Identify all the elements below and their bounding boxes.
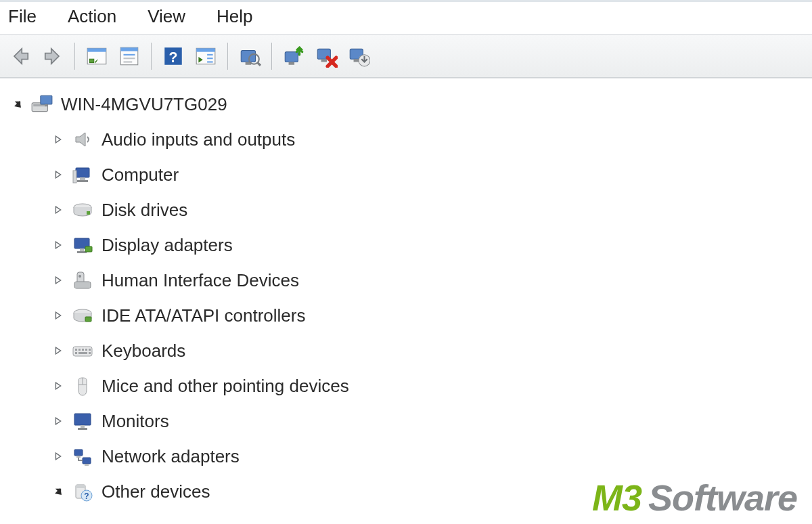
display-adapter-icon — [70, 233, 95, 257]
expander-collapsed-icon[interactable] — [53, 380, 64, 391]
tree-item-hid[interactable]: Human Interface Devices — [0, 263, 812, 298]
expander-collapsed-icon[interactable] — [53, 310, 64, 321]
monitor-icon — [70, 409, 95, 433]
expander-open-icon[interactable] — [12, 99, 23, 110]
keyboard-icon — [70, 339, 95, 363]
tree-item-mice[interactable]: Mice and other pointing devices — [0, 368, 812, 403]
watermark-logo: M3 Software — [592, 477, 797, 519]
expander-collapsed-icon[interactable] — [53, 240, 64, 250]
tree-item-label: Display adapters — [102, 235, 233, 256]
disable-device-button[interactable] — [344, 41, 374, 71]
computer-root-icon — [30, 92, 54, 116]
disk-icon — [70, 198, 95, 222]
tree-item-label: Monitors — [102, 411, 169, 432]
tree-item-label: Mice and other pointing devices — [102, 376, 349, 397]
menu-action[interactable]: Action — [68, 6, 116, 27]
expander-collapsed-icon[interactable] — [53, 345, 64, 356]
tree-item-label: Audio inputs and outputs — [102, 129, 295, 150]
tree-item-label: Computer — [102, 165, 179, 185]
ide-controller-icon — [70, 303, 95, 328]
tree-item-computer[interactable]: Computer — [0, 157, 812, 192]
tree-item-label: IDE ATA/ATAPI controllers — [102, 305, 306, 326]
mouse-icon — [70, 374, 95, 398]
toolbar-separator — [227, 43, 228, 70]
tree-root-label: WIN-4MGVU7TG029 — [61, 94, 227, 115]
expander-collapsed-icon[interactable] — [53, 416, 64, 427]
tree-item-ide[interactable]: IDE ATA/ATAPI controllers — [0, 298, 812, 333]
watermark-suffix: Software — [648, 477, 797, 519]
device-tree: WIN-4MGVU7TG029 Audio inputs and outputs… — [0, 78, 812, 509]
tree-item-monitors[interactable]: Monitors — [0, 403, 812, 439]
toolbar-separator — [271, 43, 272, 70]
computer-icon — [70, 162, 95, 187]
tree-item-keyboards[interactable]: Keyboards — [0, 333, 812, 368]
menu-help[interactable]: Help — [217, 6, 252, 27]
toolbar-separator — [74, 43, 75, 70]
menu-view[interactable]: View — [148, 6, 185, 27]
menu-bar: File Action View Help — [0, 0, 812, 35]
expander-collapsed-icon[interactable] — [53, 275, 64, 286]
speaker-icon — [70, 127, 95, 152]
tree-item-network-adapters[interactable]: Network adapters — [0, 439, 812, 474]
toolbar — [0, 35, 812, 78]
update-driver-button[interactable] — [279, 41, 309, 71]
tree-item-label: Other devices — [102, 481, 210, 502]
scan-hardware-button[interactable] — [235, 41, 265, 71]
expander-open-icon[interactable] — [53, 486, 64, 497]
other-devices-icon — [70, 479, 95, 504]
network-adapter-icon — [70, 444, 95, 468]
expander-collapsed-icon[interactable] — [53, 451, 64, 462]
tree-root[interactable]: WIN-4MGVU7TG029 — [0, 87, 812, 122]
show-hide-tree-button[interactable] — [82, 41, 112, 71]
toolbar-separator — [151, 43, 152, 70]
tree-item-display-adapters[interactable]: Display adapters — [0, 227, 812, 263]
tree-item-label: Keyboards — [102, 341, 185, 362]
menu-file[interactable]: File — [8, 6, 37, 27]
properties-button[interactable] — [114, 41, 144, 71]
help-button[interactable] — [158, 41, 188, 71]
uninstall-device-button[interactable] — [311, 41, 341, 71]
forward-button[interactable] — [38, 41, 68, 71]
tree-item-label: Network adapters — [102, 446, 240, 467]
tree-item-disk-drives[interactable]: Disk drives — [0, 192, 812, 227]
action-list-button[interactable] — [191, 41, 221, 71]
tree-item-label: Human Interface Devices — [102, 270, 299, 291]
expander-collapsed-icon[interactable] — [53, 204, 64, 215]
expander-collapsed-icon[interactable] — [53, 134, 64, 145]
tree-item-label: Disk drives — [102, 200, 187, 221]
hid-icon — [70, 268, 95, 292]
watermark-prefix: M3 — [592, 477, 641, 519]
expander-collapsed-icon[interactable] — [53, 169, 64, 180]
back-button[interactable] — [5, 41, 35, 71]
tree-item-audio[interactable]: Audio inputs and outputs — [0, 122, 812, 157]
